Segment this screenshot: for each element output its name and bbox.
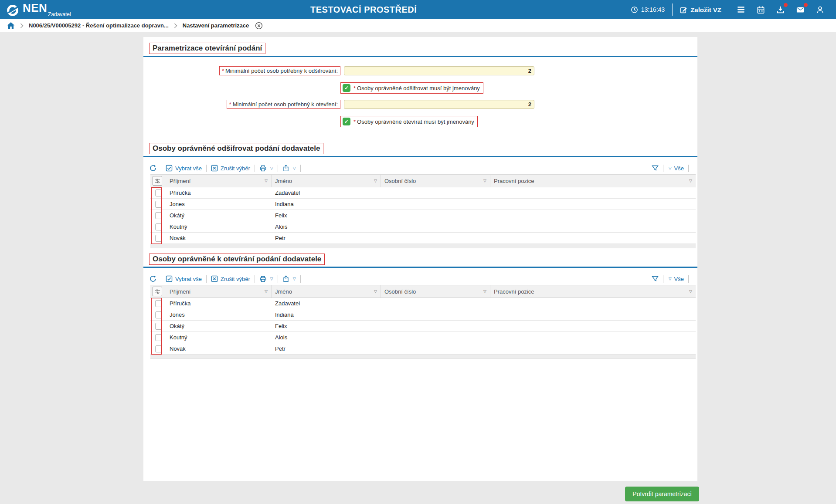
cell-firstname: Petr xyxy=(272,233,381,244)
row-checkbox[interactable] xyxy=(155,323,162,330)
nen-logo[interactable]: NEN Zadavatel xyxy=(6,2,71,17)
filter-caret-icon[interactable]: ▽ xyxy=(483,289,486,294)
filter-caret-icon[interactable]: ▽ xyxy=(689,179,692,183)
clear-selection-icon xyxy=(211,275,218,282)
filter-scope-button[interactable]: ▽ Vše xyxy=(668,276,684,282)
download-icon xyxy=(776,6,785,14)
row-checkbox[interactable] xyxy=(155,311,162,318)
filter-caret-icon[interactable]: ▽ xyxy=(689,289,692,294)
column-header-surname[interactable]: Příjmení▽ xyxy=(166,285,272,298)
column-header-position[interactable]: Pracovní pozice▽ xyxy=(490,285,696,298)
caret-down-icon[interactable]: ▽ xyxy=(270,277,273,281)
table-row[interactable]: Jones Indiana xyxy=(150,199,696,210)
section-title-decrypt-persons: Osoby oprávněné odšifrovat podání dodava… xyxy=(149,143,323,154)
cell-position xyxy=(490,332,696,343)
checkbox-label-text: Osoby oprávněné otevírat musí být jmenov… xyxy=(357,118,474,125)
decrypt-count-input[interactable] xyxy=(344,66,534,75)
caret-down-icon[interactable]: ▽ xyxy=(293,166,296,170)
table-row[interactable]: Koutný Alois xyxy=(150,332,696,343)
print-button[interactable]: ▽ xyxy=(259,275,273,283)
print-button[interactable]: ▽ xyxy=(259,165,273,172)
export-button[interactable]: ▽ xyxy=(282,165,296,172)
sliders-icon xyxy=(154,288,161,295)
filter-scope-button[interactable]: ▽ Vše xyxy=(668,165,684,172)
create-vz-button[interactable]: Založit VZ xyxy=(674,6,727,14)
toolbar-divider xyxy=(206,275,207,283)
clear-selection-button[interactable]: Zrušit výběr xyxy=(211,275,250,282)
column-settings-button[interactable] xyxy=(153,176,162,186)
table-row[interactable]: Okátý Felix xyxy=(150,210,696,221)
user-profile-button[interactable] xyxy=(810,6,830,14)
table-footer-strip xyxy=(150,244,696,248)
row-checkbox[interactable] xyxy=(155,223,162,230)
table-row[interactable]: Koutný Alois xyxy=(150,221,696,233)
table-row[interactable]: Novák Petr xyxy=(150,233,696,244)
cell-personal-number xyxy=(381,332,490,343)
column-settings-button[interactable] xyxy=(153,287,162,296)
cell-surname: Koutný xyxy=(166,221,272,232)
close-tab-button[interactable] xyxy=(255,22,263,30)
column-header-firstname[interactable]: Jméno▽ xyxy=(272,175,381,187)
row-checkbox[interactable] xyxy=(155,345,162,352)
clear-selection-button[interactable]: Zrušit výběr xyxy=(211,165,250,172)
breadcrumb-item-current[interactable]: Nastavení parametrizace xyxy=(183,22,249,29)
column-label: Osobní číslo xyxy=(384,288,416,295)
column-header-position[interactable]: Pracovní pozice▽ xyxy=(490,175,696,187)
caret-down-icon[interactable]: ▽ xyxy=(293,277,296,281)
required-marker: * xyxy=(353,85,356,91)
cell-position xyxy=(490,321,696,331)
printer-icon xyxy=(259,165,267,172)
open-named-checkbox[interactable]: ✓ xyxy=(343,118,350,125)
parametrization-form: *Minimální počet osob potřebný k odšifro… xyxy=(143,57,697,138)
calendar-button[interactable] xyxy=(751,6,771,14)
cell-position xyxy=(490,221,696,232)
downloads-button[interactable] xyxy=(771,6,790,14)
checkbox-label-open-named: *Osoby oprávněné otevírat musí být jmeno… xyxy=(353,118,474,125)
select-all-button[interactable]: Vybrat vše xyxy=(166,165,202,172)
clock-icon xyxy=(631,6,638,14)
row-checkbox[interactable] xyxy=(155,201,162,208)
row-checkbox[interactable] xyxy=(155,334,162,341)
section-title-parametrization: Parametrizace otevírání podání xyxy=(149,43,265,54)
filter-caret-icon[interactable]: ▽ xyxy=(483,179,486,183)
column-header-firstname[interactable]: Jméno▽ xyxy=(272,285,381,298)
filter-caret-icon[interactable]: ▽ xyxy=(374,179,377,183)
refresh-button[interactable] xyxy=(150,165,156,172)
filter-caret-icon[interactable]: ▽ xyxy=(265,179,268,183)
export-button[interactable]: ▽ xyxy=(282,275,296,282)
filter-button[interactable] xyxy=(652,165,659,171)
menu-button[interactable] xyxy=(731,6,751,13)
select-all-button[interactable]: Vybrat vše xyxy=(166,275,202,282)
filter-button[interactable] xyxy=(652,276,659,282)
table-row[interactable]: Okátý Felix xyxy=(150,321,696,332)
column-header-personal-number[interactable]: Osobní číslo▽ xyxy=(381,285,490,298)
table-body: Příručka Zadavatel Jones Indiana Okátý F… xyxy=(150,187,696,244)
breadcrumb-item-procurement[interactable]: N006/25/V00005292 - Řešení optimalizace … xyxy=(29,22,169,29)
refresh-button[interactable] xyxy=(150,275,156,282)
table-row[interactable]: Jones Indiana xyxy=(150,309,696,321)
row-checkbox[interactable] xyxy=(155,300,162,307)
row-checkbox[interactable] xyxy=(155,212,162,219)
home-button[interactable] xyxy=(7,22,15,29)
row-checkbox[interactable] xyxy=(155,235,162,242)
confirm-parametrization-button[interactable]: Potvrdit parametrizaci xyxy=(625,487,699,501)
printer-icon xyxy=(259,275,267,283)
filter-caret-icon[interactable]: ▽ xyxy=(265,289,268,294)
table-row[interactable]: Příručka Zadavatel xyxy=(150,298,696,309)
row-checkbox[interactable] xyxy=(155,189,162,196)
select-all-label: Vybrat vše xyxy=(175,276,202,282)
checkbox-label-decrypt-named: *Osoby oprávněné odšifrovat musí být jme… xyxy=(353,85,480,91)
caret-down-icon[interactable]: ▽ xyxy=(270,166,273,170)
column-header-surname[interactable]: Příjmení▽ xyxy=(166,175,272,187)
table-row[interactable]: Příručka Zadavatel xyxy=(150,187,696,199)
table-row[interactable]: Novák Petr xyxy=(150,343,696,355)
toolbar-divider xyxy=(161,165,161,172)
messages-button[interactable] xyxy=(790,6,810,14)
select-all-label: Vybrat vše xyxy=(175,165,202,172)
column-header-personal-number[interactable]: Osobní číslo▽ xyxy=(381,175,490,187)
decrypt-named-checkbox[interactable]: ✓ xyxy=(343,84,350,92)
refresh-icon xyxy=(150,165,156,172)
cell-position xyxy=(490,233,696,244)
filter-caret-icon[interactable]: ▽ xyxy=(374,289,377,294)
open-count-input[interactable] xyxy=(344,100,534,109)
